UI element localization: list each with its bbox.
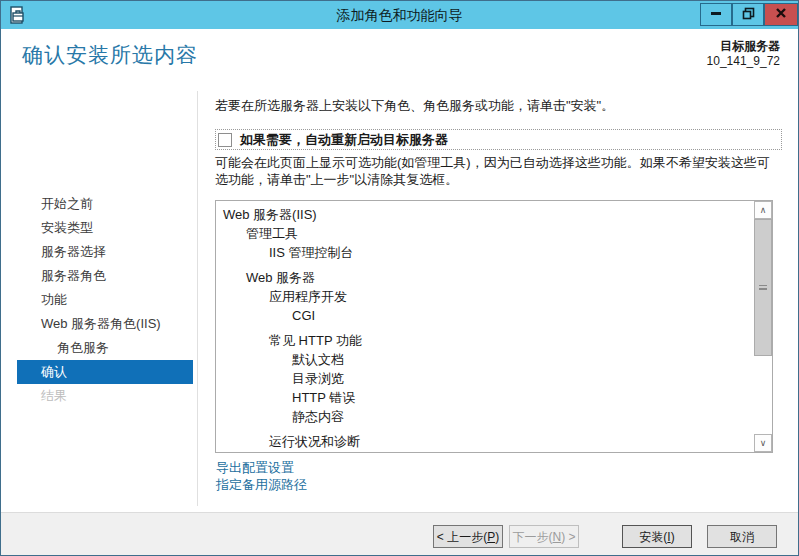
listbox-scrollbar[interactable]: ∧ ∨ bbox=[754, 201, 772, 452]
wizard-window: 添加角色和功能向导 确认安装所选内容 目标服务器 bbox=[0, 0, 799, 556]
restore-icon bbox=[742, 7, 755, 23]
optional-features-note: 可能会在此页面上显示可选功能(如管理工具)，因为已自动选择这些功能。如果不希望安… bbox=[215, 154, 782, 188]
restart-checkbox[interactable] bbox=[218, 133, 232, 147]
target-server-value: 10_141_9_72 bbox=[707, 54, 780, 69]
wizard-header: 确认安装所选内容 目标服务器 10_141_9_72 bbox=[1, 29, 798, 91]
sidebar-item[interactable]: 安装类型 bbox=[17, 216, 193, 240]
tree-item[interactable]: 常见 HTTP 功能 bbox=[216, 331, 754, 350]
selection-tree: Web 服务器(IIS)管理工具IIS 管理控制台Web 服务器应用程序开发CG… bbox=[216, 201, 754, 452]
sidebar-item[interactable]: 功能 bbox=[17, 288, 193, 312]
sidebar-item[interactable]: 服务器角色 bbox=[17, 264, 193, 288]
minimize-button[interactable] bbox=[700, 3, 732, 26]
back-button[interactable]: < 上一步(P) bbox=[433, 525, 503, 548]
titlebar[interactable]: 添加角色和功能向导 bbox=[1, 1, 798, 29]
nav-divider bbox=[197, 91, 198, 506]
export-config-link[interactable]: 导出配置设置 bbox=[216, 460, 294, 476]
tree-item[interactable]: 管理工具 bbox=[216, 224, 754, 243]
selected-items-listbox[interactable]: Web 服务器(IIS)管理工具IIS 管理控制台Web 服务器应用程序开发CG… bbox=[215, 200, 773, 453]
scrollbar-grip-icon bbox=[759, 285, 767, 290]
restart-checkbox-label[interactable]: 如果需要，自动重新启动目标服务器 bbox=[240, 131, 448, 149]
tree-item[interactable]: CGI bbox=[216, 306, 754, 325]
install-button[interactable]: 安装(I) bbox=[622, 525, 692, 548]
tree-item[interactable]: 目录浏览 bbox=[216, 369, 754, 388]
close-icon bbox=[775, 7, 787, 22]
restore-button[interactable] bbox=[732, 3, 764, 26]
cancel-button[interactable]: 取消 bbox=[707, 525, 777, 548]
scroll-down-icon[interactable]: ∨ bbox=[754, 434, 772, 452]
tree-item[interactable]: 运行状况和诊断 bbox=[216, 432, 754, 451]
target-server-block: 目标服务器 10_141_9_72 bbox=[707, 39, 780, 69]
sidebar-item[interactable]: 服务器选择 bbox=[17, 240, 193, 264]
scroll-up-icon[interactable]: ∧ bbox=[754, 201, 772, 219]
tree-item[interactable]: HTTP 错误 bbox=[216, 388, 754, 407]
intro-text: 若要在所选服务器上安装以下角色、角色服务或功能，请单击"安装"。 bbox=[215, 97, 782, 114]
wizard-footer: < 上一步(P) 下一步(N) > 安装(I) 取消 bbox=[1, 512, 798, 555]
wizard-nav: 开始之前安装类型服务器选择服务器角色功能Web 服务器角色(IIS)角色服务确认… bbox=[1, 192, 197, 408]
minimize-icon bbox=[710, 7, 722, 22]
sidebar-item[interactable]: 角色服务 bbox=[17, 336, 193, 360]
tree-item[interactable]: 静态内容 bbox=[216, 407, 754, 426]
sidebar-item[interactable]: 开始之前 bbox=[17, 192, 193, 216]
page-title: 确认安装所选内容 bbox=[22, 41, 198, 69]
sidebar-item[interactable]: Web 服务器角色(IIS) bbox=[17, 312, 193, 336]
next-button: 下一步(N) > bbox=[509, 525, 579, 548]
tree-item[interactable]: IIS 管理控制台 bbox=[216, 243, 754, 262]
alternate-source-link[interactable]: 指定备用源路径 bbox=[216, 477, 307, 493]
tree-item[interactable]: 应用程序开发 bbox=[216, 287, 754, 306]
target-server-label: 目标服务器 bbox=[707, 39, 780, 54]
window-title: 添加角色和功能向导 bbox=[1, 1, 798, 29]
restart-checkbox-row[interactable]: 如果需要，自动重新启动目标服务器 bbox=[215, 129, 782, 150]
close-button[interactable] bbox=[764, 3, 798, 26]
tree-item[interactable]: 默认文档 bbox=[216, 350, 754, 369]
sidebar-item: 结果 bbox=[17, 384, 193, 408]
tree-item[interactable]: Web 服务器 bbox=[216, 268, 754, 287]
sidebar-item[interactable]: 确认 bbox=[17, 360, 193, 384]
scrollbar-thumb[interactable] bbox=[754, 219, 772, 356]
tree-item[interactable]: Web 服务器(IIS) bbox=[216, 205, 754, 224]
